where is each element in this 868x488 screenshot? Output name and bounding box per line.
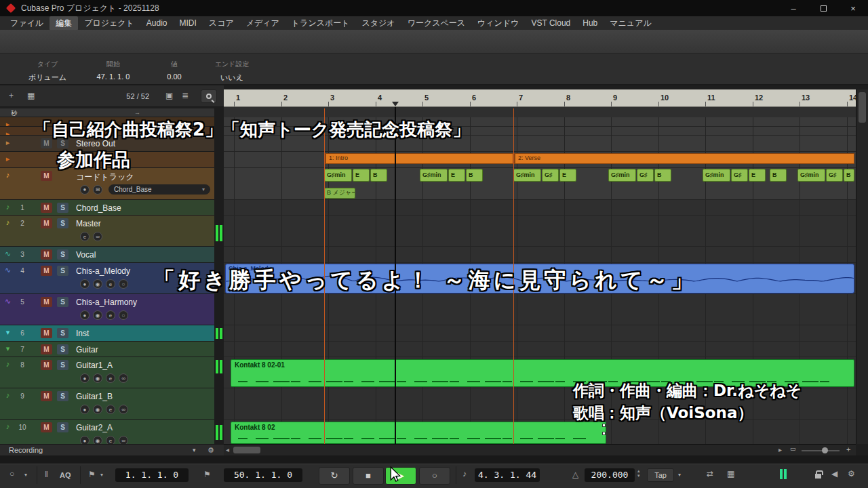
edit-channel-button[interactable]: e: [106, 310, 115, 320]
chord-event[interactable]: G♯min: [324, 169, 352, 182]
chord-event[interactable]: E: [749, 169, 766, 182]
listen-button[interactable]: ○: [119, 279, 128, 289]
aq-label[interactable]: AQ: [60, 471, 71, 479]
mute-button[interactable]: M: [41, 171, 52, 181]
mute-button[interactable]: M: [41, 344, 52, 354]
timeline-ruler[interactable]: 1234567891011121314: [224, 89, 856, 107]
sync-icon[interactable]: ⇄: [707, 469, 713, 479]
track-row-seconds-row[interactable]: 秒→: [0, 108, 214, 117]
chord-source-dropdown[interactable]: Chord_Base▾: [108, 184, 210, 195]
menu-item-ウィンドウ[interactable]: ウィンドウ: [471, 16, 525, 30]
mute-button[interactable]: M: [41, 422, 52, 432]
v-scroll-thumb[interactable]: [859, 92, 866, 123]
midi-keyboard-icon[interactable]: ▦: [727, 469, 734, 479]
solo-button[interactable]: S: [57, 203, 68, 213]
edit-channel-button[interactable]: e: [106, 373, 115, 383]
cycle-marker-icon[interactable]: ⚑: [203, 470, 211, 479]
chord-event[interactable]: E: [448, 169, 465, 182]
track-row-chord-base[interactable]: ♪1MSChord_Base: [0, 200, 214, 216]
freeze-button[interactable]: ∞: [119, 405, 128, 414]
menu-item-Hub[interactable]: Hub: [576, 17, 604, 29]
zoom-slider[interactable]: [802, 450, 840, 451]
mute-button[interactable]: M: [41, 391, 52, 401]
track-row-guitar1-b[interactable]: ♪9MSGuitar1_B●◉e∞: [0, 388, 214, 420]
solo-button[interactable]: S: [57, 218, 68, 228]
minimize-button[interactable]: –: [778, 0, 808, 16]
zoom-slider-knob[interactable]: [822, 447, 828, 453]
marker-event[interactable]: 2: Verse: [513, 153, 854, 164]
vertical-scrollbar[interactable]: [856, 89, 868, 444]
listen-button[interactable]: ○: [119, 310, 128, 320]
monitor-button[interactable]: ◉: [93, 405, 102, 414]
edit-channel-button[interactable]: e: [106, 405, 115, 414]
auto-quantize-icon[interactable]: ‖: [45, 470, 48, 479]
track-row-guitar1-a[interactable]: ♪8MSGuitar1_A●◉e∞: [0, 357, 214, 388]
solo-button[interactable]: S: [57, 266, 68, 276]
h-scroll-thumb[interactable]: [233, 447, 260, 453]
record-mode-icon[interactable]: ○: [9, 469, 14, 479]
scroll-left-button[interactable]: ◂: [226, 446, 229, 453]
monitor-button[interactable]: ◉: [93, 279, 102, 289]
cycle-button[interactable]: ↻: [319, 467, 350, 485]
chord-event[interactable]: G♯min: [608, 169, 636, 182]
menu-item-ワークスペース[interactable]: ワークスペース: [401, 16, 471, 30]
scale-event[interactable]: B メジャー: [324, 188, 355, 199]
chord-event[interactable]: B: [770, 169, 787, 182]
chord-event[interactable]: G♯min: [797, 169, 825, 182]
punch-in-icon[interactable]: ⚑: [88, 470, 96, 479]
chord-event[interactable]: G♯min: [420, 169, 448, 182]
event-handle[interactable]: [602, 424, 606, 427]
menu-item-スタジオ[interactable]: スタジオ: [356, 16, 401, 30]
chord-event[interactable]: B: [844, 169, 854, 182]
chord-event[interactable]: G♯: [542, 169, 559, 182]
chord-event[interactable]: B: [466, 169, 483, 182]
monitor-button[interactable]: ◉: [93, 310, 102, 320]
track-row-chis-a-harmony[interactable]: ∿5MSChis-a_Harmony●◉e○: [0, 294, 214, 325]
record-arm-button[interactable]: ●: [80, 279, 90, 289]
chord-event[interactable]: B: [654, 169, 671, 182]
track-row-chord-track[interactable]: ♪Mコードトラック●⊞Chord_Base▾: [0, 168, 214, 200]
solo-button[interactable]: S: [57, 297, 68, 307]
mute-button[interactable]: M: [41, 266, 52, 276]
record-arm-button[interactable]: ●: [80, 310, 90, 320]
stop-button[interactable]: ■: [353, 467, 384, 485]
transport-settings-icon[interactable]: ⚙: [848, 469, 855, 479]
chord-event[interactable]: E: [559, 169, 576, 182]
solo-button[interactable]: S: [57, 422, 68, 432]
menu-item-VST Cloud[interactable]: VST Cloud: [525, 17, 576, 29]
edit-channel-button[interactable]: e: [106, 279, 115, 289]
solo-button[interactable]: S: [57, 249, 68, 260]
midi-event[interactable]: Kontakt 8 02: [231, 422, 606, 444]
solo-button[interactable]: S: [57, 328, 68, 338]
secondary-time-display[interactable]: 4. 3. 1. 44: [475, 468, 540, 482]
record-mode-caret[interactable]: ▾: [24, 472, 27, 478]
mute-button[interactable]: M: [41, 218, 52, 228]
mute-button[interactable]: M: [41, 249, 52, 260]
chord-event[interactable]: G♯: [826, 169, 843, 182]
solo-button[interactable]: S: [57, 360, 68, 370]
mute-button[interactable]: M: [41, 203, 52, 213]
track-row-guitar[interactable]: ▾7MSGuitar: [0, 342, 214, 357]
scroll-right-button[interactable]: ▸: [778, 446, 782, 453]
track-row-inst[interactable]: ▾6MSInst: [0, 325, 214, 342]
monitor-button[interactable]: ◉: [93, 373, 102, 383]
chord-event[interactable]: G♯: [731, 169, 748, 182]
horizontal-scrollbar[interactable]: ◂ ▸: [224, 444, 787, 455]
track-row-vocal[interactable]: ∿3MSVocal: [0, 247, 214, 263]
tap-button[interactable]: Tap: [647, 468, 674, 482]
playhead-handle[interactable]: [392, 102, 399, 106]
freeze-button[interactable]: ∞: [119, 373, 128, 383]
zoom-preset-icon[interactable]: ▭: [790, 445, 796, 452]
chord-event[interactable]: E: [353, 169, 370, 182]
freeze-button[interactable]: ∞: [93, 232, 102, 241]
mute-button[interactable]: M: [41, 360, 52, 370]
mute-button[interactable]: M: [41, 297, 52, 307]
zoom-in-button[interactable]: +: [846, 445, 850, 453]
click-icon[interactable]: △: [572, 470, 578, 479]
tempo-stepper[interactable]: ▴▾: [637, 468, 640, 478]
tempo-display[interactable]: 200.000: [585, 468, 635, 482]
solo-button[interactable]: S: [57, 344, 68, 354]
chord-event[interactable]: B: [370, 169, 387, 182]
maximize-button[interactable]: [808, 0, 838, 16]
tempo-caret[interactable]: ▾: [678, 472, 681, 478]
